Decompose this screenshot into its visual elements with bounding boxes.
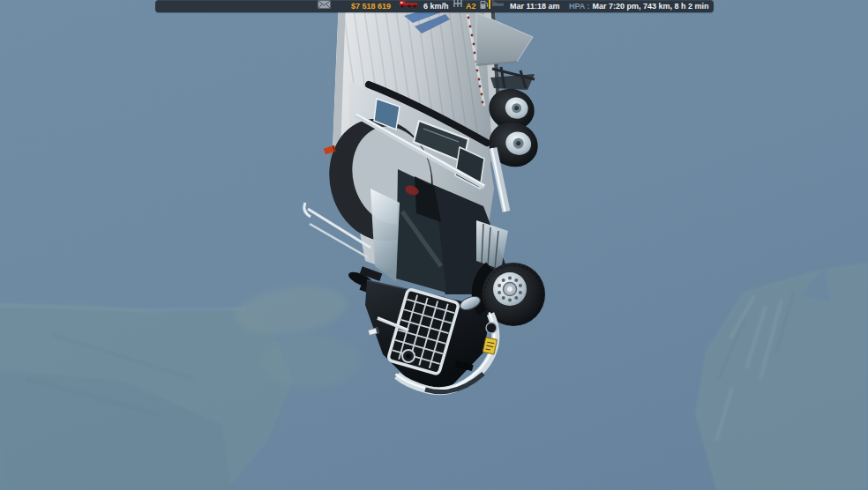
eta-label: HPA	[569, 2, 585, 11]
license-plate	[483, 338, 497, 354]
fog-light	[402, 350, 415, 362]
hud-bar: $7 518 619 6 km/h A2 Mar 11:18 am HPA	[155, 0, 714, 12]
trailer-landing-gear	[490, 67, 535, 90]
speed-value: 6 km/h	[423, 0, 449, 12]
money-value: $7 518 619	[351, 0, 391, 12]
eta-value: Mar 7:20 pm, 743 km, 8 h 2 min	[593, 2, 709, 11]
trailer-roof-wing	[476, 12, 533, 65]
envelope-icon	[318, 0, 331, 12]
red-truck-icon	[399, 0, 419, 12]
terrain-left-slope	[0, 303, 293, 490]
eta-info: HPA :Mar 7:20 pm, 743 km, 8 h 2 min	[569, 0, 709, 12]
terrain-right-cliff	[695, 263, 868, 490]
scene-canvas	[0, 0, 868, 490]
truck-upside-down	[304, 0, 545, 392]
gear-indicator: A2	[466, 0, 476, 12]
eta-separator: :	[585, 2, 590, 11]
game-viewport[interactable]	[0, 0, 868, 490]
bed-rest-icon	[492, 0, 504, 12]
air-cleaner-cap	[486, 323, 497, 333]
fuel-pump-icon	[480, 0, 490, 12]
a-pillar-chrome	[370, 189, 400, 282]
game-time: Mar 11:18 am	[510, 0, 560, 12]
h-shifter-icon	[453, 0, 463, 12]
